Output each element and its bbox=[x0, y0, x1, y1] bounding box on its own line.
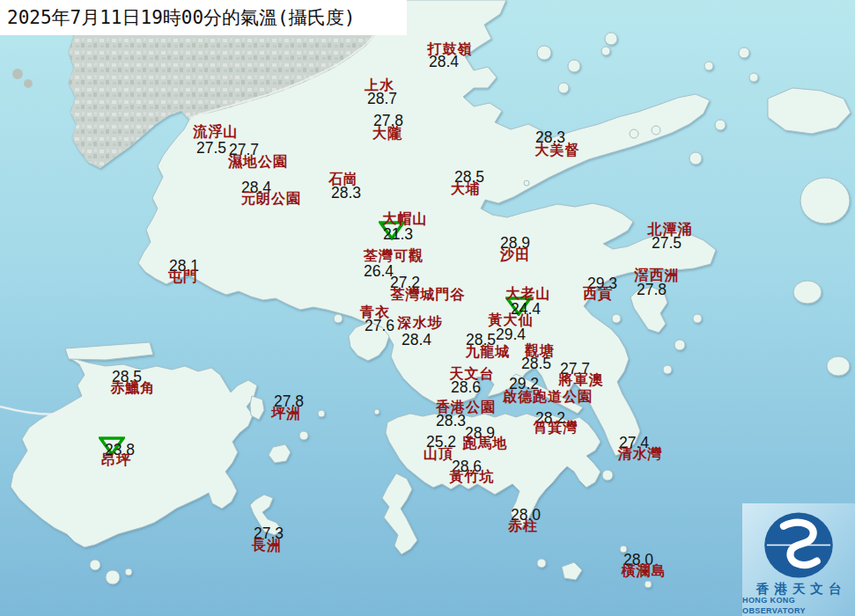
station-name: 青衣 bbox=[360, 304, 390, 322]
station-temperature: 28.4 bbox=[402, 331, 431, 349]
station-name: 赤柱 bbox=[508, 517, 538, 536]
station-name: 濕地公園 bbox=[228, 153, 288, 172]
station-temperature: 27.5 bbox=[196, 139, 226, 158]
station-name: 橫瀾島 bbox=[622, 562, 667, 581]
station-name: 長洲 bbox=[252, 537, 282, 555]
station-name: 元朗公園 bbox=[241, 190, 301, 209]
station-name: 赤鱲角 bbox=[111, 379, 156, 398]
station-name: 天文台 bbox=[450, 365, 495, 384]
station-name: 坪洲 bbox=[271, 405, 301, 423]
station-name: 九龍城 bbox=[466, 343, 511, 362]
station-name: 荃灣可觀 bbox=[364, 247, 424, 266]
station-name: 黃大仙 bbox=[489, 312, 534, 330]
temperature-map-screen: 2025年7月11日19時00分的氣溫(攝氏度) 28.4打鼓嶺28.7上水27… bbox=[0, 0, 855, 616]
station-name: 屯門 bbox=[168, 268, 198, 287]
station-name: 流浮山 bbox=[194, 123, 239, 142]
station-name: 筲箕灣 bbox=[534, 419, 579, 437]
stations-layer: 28.4打鼓嶺28.7上水27.8大隴27.5流浮山27.7濕地公園28.4元朗… bbox=[0, 0, 855, 616]
station-name: 跑馬地 bbox=[463, 435, 508, 453]
hko-logo-chinese: 香港天文台 bbox=[751, 582, 847, 595]
station-name: 打鼓嶺 bbox=[428, 40, 473, 59]
station-name: 大老山 bbox=[506, 285, 551, 304]
station-name: 大美督 bbox=[535, 142, 580, 160]
station-name: 深水埗 bbox=[398, 314, 443, 333]
station-name: 石崗 bbox=[328, 171, 358, 189]
station-name: 觀塘 bbox=[525, 342, 555, 361]
station-name: 昂坪 bbox=[101, 451, 131, 470]
station-name: 啟德跑道公園 bbox=[503, 388, 593, 407]
station-name: 將軍澳 bbox=[559, 371, 604, 390]
station-name: 大帽山 bbox=[383, 210, 428, 229]
station-name: 大埔 bbox=[451, 180, 481, 199]
station-name: 荃灣城門谷 bbox=[391, 286, 466, 304]
hko-logo-english: HONG KONG OBSERVATORY bbox=[742, 595, 855, 616]
station-name: 上水 bbox=[365, 77, 394, 95]
station-name: 黃竹坑 bbox=[450, 468, 495, 487]
station-name: 西貢 bbox=[583, 285, 613, 304]
station-name: 北潭涌 bbox=[648, 221, 693, 239]
station-name: 山頂 bbox=[424, 445, 453, 464]
station-name: 滘西洲 bbox=[635, 267, 680, 285]
station-name: 沙田 bbox=[500, 246, 530, 265]
hko-logo: 香港天文台 HONG KONG OBSERVATORY bbox=[742, 503, 855, 616]
station-name: 清水灣 bbox=[618, 445, 663, 464]
station-name: 香港公園 bbox=[436, 399, 496, 417]
station-name: 大隴 bbox=[372, 125, 402, 143]
hko-emblem-icon bbox=[755, 509, 843, 582]
